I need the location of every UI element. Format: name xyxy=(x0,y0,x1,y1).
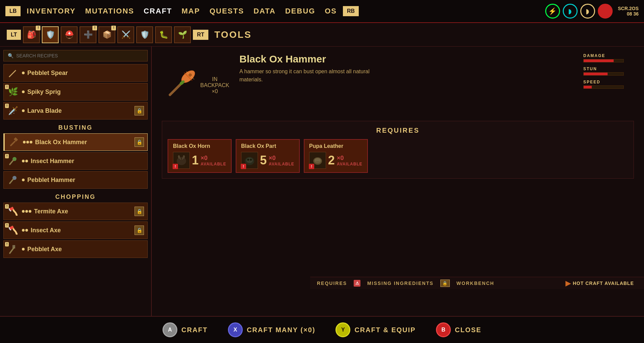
req-item-row-2: ! 2 ×0 AVAILABLE xyxy=(309,152,362,169)
search-input[interactable] xyxy=(16,53,143,58)
nav-data[interactable]: DATA xyxy=(250,5,279,17)
a-button-icon: A xyxy=(163,322,177,337)
craft-equip-button[interactable]: Y CRAFT & EQUIP xyxy=(335,322,416,337)
svg-point-20 xyxy=(247,159,249,161)
nav-craft[interactable]: CRAFT xyxy=(140,5,176,17)
damage-label: DAMAGE xyxy=(583,53,634,58)
sprig-icon: 🌿 xyxy=(7,86,19,98)
speed-bar-bg xyxy=(583,85,624,89)
missing-label: MISSING INGREDIENTS xyxy=(367,281,434,286)
recipe-item-pebblet-hammer[interactable]: Pebblet Hammer xyxy=(3,171,148,189)
speed-label: SPEED xyxy=(583,80,634,84)
tier-indicator xyxy=(22,72,25,74)
svg-line-3 xyxy=(11,141,15,146)
rb-trigger[interactable]: RB xyxy=(343,6,359,16)
svg-point-21 xyxy=(250,159,252,161)
nav-quests[interactable]: QUESTS xyxy=(206,5,247,17)
damage-bar-bg xyxy=(583,59,624,62)
scr-info: SCR.2OS 08 36 xyxy=(618,6,639,17)
cat-icon-1[interactable]: 🛡️ xyxy=(42,26,59,43)
recipe-badge: ! xyxy=(5,154,9,158)
tier-indicator xyxy=(22,179,25,181)
stats-panel: DAMAGE STUN SPEED xyxy=(583,53,634,93)
recipe-name: Pebblet Axe xyxy=(27,246,144,253)
stun-stat: STUN xyxy=(583,67,634,76)
termite-axe-icon: 🪓 xyxy=(7,205,19,217)
speed-stat: SPEED xyxy=(583,80,634,89)
requires-section: REQUIRES Black Ox Horn ! xyxy=(162,121,634,179)
req-icon-0: ! xyxy=(173,152,190,169)
item-image-area: IN BACKPACK ×0 xyxy=(162,53,229,114)
item-desc: A hammer so strong it can bust open almo… xyxy=(239,68,374,84)
svg-line-5 xyxy=(10,160,13,164)
craft-many-label: CRAFT MANY (×0) xyxy=(247,326,316,334)
item-info: Black Ox Hammer A hammer so strong it ca… xyxy=(239,53,634,84)
insect-axe-icon: 🪓 xyxy=(7,224,19,236)
lb-trigger[interactable]: LB xyxy=(5,6,21,16)
req-available-text-0: AVAILABLE xyxy=(201,162,226,166)
top-nav: LB INVENTORY MUTATIONS CRAFT MAP QUESTS … xyxy=(0,0,644,23)
nav-map[interactable]: MAP xyxy=(178,5,204,17)
tier-indicator xyxy=(23,141,32,143)
recipe-name: Termite Axe xyxy=(34,208,132,215)
nav-inventory[interactable]: INVENTORY xyxy=(23,5,79,17)
cat-icon-4[interactable]: 📦 xyxy=(98,26,115,43)
recipe-badge: ! xyxy=(5,204,9,209)
insect-hammer-icon xyxy=(7,155,19,167)
recipe-item-pebblet-axe[interactable]: ! Pebblet Axe xyxy=(3,240,148,258)
tier-indicator xyxy=(22,109,25,112)
req-item-1: Black Ox Part ! 5 xyxy=(236,139,300,173)
main-content: 🔍 Pebblet Spear ! 🌿 Spiky Sprig ! 🗡️ xyxy=(0,47,644,316)
hud-water-icon: ◗ xyxy=(563,4,578,19)
svg-point-17 xyxy=(177,157,186,165)
tier-indicator xyxy=(22,210,31,213)
search-icon: 🔍 xyxy=(8,53,13,58)
recipe-item-larva-blade[interactable]: ! 🗡️ Larva Blade 🔒 xyxy=(3,102,148,120)
recipe-item-insect-axe[interactable]: ! 🪓 Insect Axe 🔒 xyxy=(3,221,148,239)
nav-mutations[interactable]: MUTATIONS xyxy=(82,5,138,17)
cat-icon-0[interactable]: 🎒 xyxy=(23,26,40,43)
recipe-item-black-ox-hammer[interactable]: Black Ox Hammer 🔒 xyxy=(3,133,148,151)
craft-button[interactable]: A CRAFT xyxy=(163,322,208,337)
craft-many-button[interactable]: X CRAFT MANY (×0) xyxy=(228,322,316,337)
cat-icon-5[interactable]: ⚔️ xyxy=(117,26,134,43)
nav-debug[interactable]: DEBUG xyxy=(282,5,319,17)
req-item-row-1: ! 5 ×0 AVAILABLE xyxy=(241,152,294,169)
lt-trigger[interactable]: LT xyxy=(7,30,21,40)
svg-line-7 xyxy=(10,179,13,183)
recipe-item-spiky-sprig[interactable]: ! 🌿 Spiky Sprig xyxy=(3,83,148,101)
req-item-name-1: Black Ox Part xyxy=(241,143,276,149)
req-icon-2: ! xyxy=(309,152,326,169)
close-button[interactable]: B CLOSE xyxy=(436,322,481,337)
recipe-name: Larva Blade xyxy=(27,107,132,114)
search-bar[interactable]: 🔍 xyxy=(3,50,148,61)
cat-icon-2[interactable]: ⛑️ xyxy=(61,26,78,43)
hud-food-icon: ◗ xyxy=(580,4,595,19)
item-image xyxy=(162,55,200,112)
req-warn-1: ! xyxy=(241,164,246,169)
b-button-icon: B xyxy=(436,322,451,337)
cat-icon-8[interactable]: 🌱 xyxy=(174,26,191,43)
cat-icon-7[interactable]: 🐛 xyxy=(155,26,172,43)
cat-icon-3[interactable]: ➕ xyxy=(80,26,96,43)
recipe-item-termite-axe[interactable]: ! 🪓 Termite Axe 🔒 xyxy=(3,203,148,220)
svg-rect-2 xyxy=(14,137,18,142)
recipe-item-insect-hammer[interactable]: ! Insect Hammer xyxy=(3,152,148,170)
close-label: CLOSE xyxy=(455,326,481,334)
nav-os[interactable]: OS xyxy=(321,5,340,17)
req-available-text-2: AVAILABLE xyxy=(337,162,362,166)
req-warn-0: ! xyxy=(173,164,178,169)
section-busting: BUSTING xyxy=(3,121,148,133)
recipe-item-pebblet-spear[interactable]: Pebblet Spear xyxy=(3,64,148,82)
blade-icon: 🗡️ xyxy=(7,105,19,117)
rt-trigger[interactable]: RT xyxy=(193,30,208,40)
req-x-2: ×0 xyxy=(337,155,344,162)
cat-icon-6[interactable]: 🛡️ xyxy=(136,26,153,43)
workbench-icon: 🔒 xyxy=(440,280,450,287)
req-item-name-2: Pupa Leather xyxy=(309,143,343,149)
item-name: Black Ox Hammer xyxy=(239,53,634,65)
recipe-name: Spiky Sprig xyxy=(27,88,144,96)
recipe-badge: ! xyxy=(5,242,9,246)
recipe-name: Insect Hammer xyxy=(31,158,144,165)
hot-craft-arrow-icon: ▶ xyxy=(565,279,571,287)
